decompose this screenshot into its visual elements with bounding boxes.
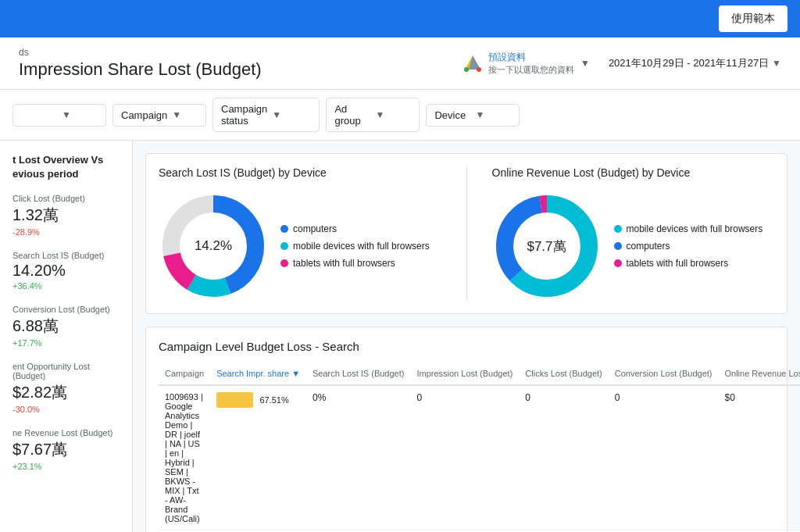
- data-source[interactable]: 預設資料 按一下以選取您的資料 ▼: [463, 51, 590, 76]
- breadcrumb: ds: [19, 47, 262, 58]
- filter-status-arrow: ▼: [272, 109, 311, 120]
- right-legend-label-1: computers: [627, 241, 670, 252]
- left-chart-container: 14.2% computers mobile devices with full…: [159, 191, 441, 301]
- filter-campaign-label: Campaign: [121, 109, 167, 121]
- metric-0-sublabel: Click Lost (Budget): [12, 194, 120, 203]
- right-donut-center: $7.7萬: [527, 237, 566, 255]
- metric-4-label: ne Revenue Lost (Budget): [12, 428, 120, 437]
- legend-label-2: tablets with full browsers: [293, 258, 395, 269]
- title-section: ds Impression Share Lost (Budget): [19, 47, 262, 80]
- col-clicks-lost: Clicks Lost (Budget): [519, 362, 608, 385]
- cell-conversion-lost-0: 0: [609, 385, 719, 530]
- cell-search-impr-0: 67.51%: [210, 385, 306, 530]
- filter-1-label: [21, 109, 57, 121]
- metric-4-value: $7.67萬: [12, 439, 120, 460]
- metric-block-2: Conversion Lost (Budget) 6.88萬 +17.7%: [12, 305, 120, 348]
- filter-dropdown-status[interactable]: Campaign status ▼: [212, 98, 320, 132]
- col-campaign: Campaign: [159, 362, 210, 385]
- metric-block-3: ent Opportunity Lost (Budget) $2.82萬 -30…: [12, 362, 120, 414]
- metric-block-4: ne Revenue Lost (Budget) $7.67萬 +23.1%: [12, 428, 120, 471]
- metric-3-label: ent Opportunity Lost (Budget): [12, 362, 120, 380]
- date-range-arrow: ▼: [772, 58, 781, 69]
- date-range[interactable]: 2021年10月29日 - 2021年11月27日 ▼: [609, 56, 781, 70]
- cell-revenue-lost-0: $0: [718, 385, 800, 530]
- legend-dot-1: [280, 242, 288, 250]
- right-legend-dot-2: [614, 259, 622, 267]
- data-source-name: 預設資料: [488, 51, 574, 64]
- metric-2-change: +17.7%: [12, 338, 120, 348]
- google-ads-icon: [463, 54, 482, 73]
- col-online-revenue-lost: Online Revenue Lost (Budget): [718, 362, 800, 385]
- bar-label-0: 67.51%: [259, 395, 288, 405]
- filter-dropdown-adgroup[interactable]: Ad group ▼: [326, 98, 420, 132]
- right-chart-section: Online Revenue Lost (Budget) by Device: [480, 154, 788, 313]
- right-legend-label-2: tablets with full browsers: [627, 258, 729, 269]
- cell-impression-lost-0: 0: [410, 385, 519, 530]
- right-donut-wrapper: $7.7萬: [492, 191, 602, 301]
- right-legend-label-0: mobile devices with full browsers: [627, 223, 763, 234]
- filter-1-arrow: ▼: [62, 109, 98, 120]
- filter-dropdown-device[interactable]: Device ▼: [426, 104, 520, 127]
- filter-device-label: Device: [434, 109, 470, 121]
- col-impression-lost: Impression Lost (Budget): [410, 362, 519, 385]
- sidebar-title: t Lost Overview Vs evious period: [12, 153, 120, 181]
- metric-0-change: -28.9%: [12, 227, 120, 237]
- metric-3-value: $2.82萬: [12, 382, 120, 403]
- left-chart-section: Search Lost IS (Budget) by Device: [146, 154, 454, 313]
- metric-0-value: 1.32萬: [12, 205, 120, 226]
- metric-block-0: Click Lost (Budget) 1.32萬 -28.9%: [12, 194, 120, 237]
- data-source-arrow: ▼: [580, 58, 590, 69]
- campaign-table: Campaign Search Impr. share ▼ Search Los…: [159, 362, 800, 532]
- left-chart-title: Search Lost IS (Budget) by Device: [159, 166, 441, 179]
- cell-search-lost-0: 0%: [306, 385, 410, 530]
- filter-device-arrow: ▼: [475, 109, 511, 120]
- legend-item-1: mobile devices with full browsers: [280, 241, 430, 252]
- metric-1-value: 14.20%: [12, 262, 120, 280]
- right-legend-dot-1: [614, 242, 622, 250]
- legend-label-1: mobile devices with full browsers: [293, 241, 430, 252]
- svg-point-2: [464, 67, 469, 72]
- table-row: 1009693 | Google Analytics Demo | DR | j…: [159, 385, 800, 530]
- left-sidebar: t Lost Overview Vs evious period Click L…: [0, 141, 133, 532]
- metric-block-1: Search Lost IS (Budget) 14.20% +36.4%: [12, 251, 120, 291]
- charts-row: Search Lost IS (Budget) by Device: [145, 153, 788, 314]
- metric-4-change: +23.1%: [12, 462, 120, 471]
- table-section: Campaign Level Budget Loss - Search Camp…: [145, 327, 788, 532]
- metric-1-change: +36.4%: [12, 281, 120, 291]
- bar-0: [216, 392, 253, 408]
- use-sample-button[interactable]: 使用範本: [719, 5, 788, 32]
- filter-adgroup-label: Ad group: [334, 103, 370, 127]
- legend-dot-2: [280, 259, 288, 267]
- metric-2-label: Conversion Lost (Budget): [12, 305, 120, 314]
- table-title: Campaign Level Budget Loss - Search: [159, 340, 774, 353]
- filter-bar: ▼ Campaign ▼ Campaign status ▼ Ad group …: [0, 90, 800, 141]
- legend-label-0: computers: [293, 223, 337, 234]
- header-right: 預設資料 按一下以選取您的資料 ▼ 2021年10月29日 - 2021年11月…: [463, 51, 781, 76]
- chart-divider: [466, 166, 467, 301]
- legend-item-0: computers: [280, 223, 430, 234]
- right-legend-dot-0: [614, 225, 622, 233]
- right-legend-item-0: mobile devices with full browsers: [614, 223, 763, 234]
- metric-3-change: -30.0%: [12, 405, 120, 414]
- right-chart-title: Online Revenue Lost (Budget) by Device: [492, 166, 775, 179]
- main-content: t Lost Overview Vs evious period Click L…: [0, 141, 800, 532]
- data-source-sub: 按一下以選取您的資料: [488, 64, 574, 76]
- left-chart-legend: computers mobile devices with full brows…: [280, 223, 430, 269]
- filter-campaign-arrow: ▼: [172, 109, 198, 120]
- right-legend-item-1: computers: [614, 241, 763, 252]
- legend-item-2: tablets with full browsers: [280, 258, 430, 269]
- col-conversion-lost: Conversion Lost (Budget): [609, 362, 719, 385]
- right-chart-legend: mobile devices with full browsers comput…: [614, 223, 763, 269]
- filter-dropdown-1[interactable]: ▼: [12, 104, 106, 127]
- right-legend-item-2: tablets with full browsers: [614, 258, 763, 269]
- legend-dot-0: [280, 225, 288, 233]
- filter-dropdown-campaign[interactable]: Campaign ▼: [112, 104, 206, 127]
- col-search-impr[interactable]: Search Impr. share ▼: [210, 362, 306, 385]
- metric-1-label: Search Lost IS (Budget): [12, 251, 120, 260]
- filter-status-label: Campaign status: [221, 103, 267, 127]
- top-bar: 使用範本: [0, 0, 800, 37]
- svg-point-3: [477, 67, 481, 72]
- cell-campaign-0: 1009693 | Google Analytics Demo | DR | j…: [159, 385, 210, 530]
- right-chart-container: $7.7萬 mobile devices with full browsers …: [492, 191, 775, 301]
- left-donut-center: 14.2%: [195, 238, 232, 254]
